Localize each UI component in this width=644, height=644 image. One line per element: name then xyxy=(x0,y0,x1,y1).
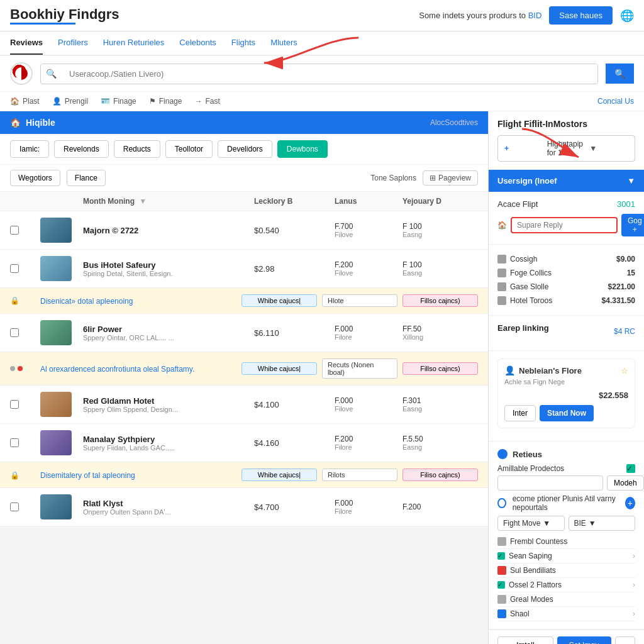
tag-whibe2[interactable]: Whibe cajucs| xyxy=(242,362,317,375)
table-row: Bus iHotel Safeury Spiring Detal, Sitent… xyxy=(0,250,488,288)
dropdown-arrow-icon: ▼ xyxy=(589,144,628,153)
list-item-greal[interactable]: Greal Modes xyxy=(497,592,635,607)
nav-item-profilers[interactable]: Profilers xyxy=(58,31,88,55)
flag-icon xyxy=(10,62,33,85)
alert-row: 🔒 Disenicat» dotal apleenoing Whibe caju… xyxy=(0,288,488,314)
reviews-header: Retieus xyxy=(497,449,635,459)
nav-item-mluters[interactable]: Mluters xyxy=(270,31,297,55)
person-icon: 👤 xyxy=(52,97,62,106)
toolbar-right: Tone Saplons ⊞ Pageview xyxy=(370,170,478,186)
nav-item-flights[interactable]: Flights xyxy=(231,31,255,55)
fight-move-dropdown[interactable]: Fight Move ▼ xyxy=(497,516,565,531)
row-checkbox[interactable] xyxy=(10,502,19,511)
yej-cell: F.301 Easng xyxy=(402,396,478,413)
filter-teollotor[interactable]: Teollotor xyxy=(165,140,213,158)
acace-label: Acace Flipt xyxy=(497,199,538,209)
tag-hlote: Hlote xyxy=(322,294,397,307)
sort-icon[interactable]: ▼ xyxy=(139,197,147,206)
header: Bookhiy Findgrs Some indets yours produr… xyxy=(0,0,644,31)
user-dropdown-arrow-icon[interactable]: ▼ xyxy=(627,176,635,186)
filter-develidors[interactable]: Develidors xyxy=(218,140,272,158)
sub-nav-fast[interactable]: → Fast xyxy=(194,97,219,106)
main-layout: 🏠 Hiqible AlocSoodtives Iamic: Revelonds… xyxy=(0,111,644,644)
stand-now-button[interactable]: Stand Now xyxy=(540,405,594,421)
hotel-info: Majorn © 2722 xyxy=(83,226,249,235)
price-cell: $0.540 xyxy=(254,226,330,235)
hotel-card-actions: Inter Stand Now xyxy=(504,405,628,421)
ble-dropdown[interactable]: BIE ▼ xyxy=(569,516,636,531)
supare-reply-input[interactable] xyxy=(511,217,618,233)
home-section-icon: 🏠 xyxy=(10,118,21,128)
list-item-sean[interactable]: ✓ Sean Saping › xyxy=(497,549,635,564)
nav-item-huren[interactable]: Huren Returieles xyxy=(103,31,165,55)
gog-button[interactable]: Gog + xyxy=(621,214,644,236)
list-item-ossel[interactable]: ✓ Ossel 2 Flattors › xyxy=(497,578,635,592)
sub-nav-finage2[interactable]: ⚑ Finage xyxy=(149,97,182,106)
tag-recuts: Recuts (Nonen lboal) xyxy=(322,358,397,379)
search-icon: 🔍 xyxy=(41,69,62,79)
globe-icon[interactable]: 🌐 xyxy=(620,9,634,23)
sub-nav-concial[interactable]: Concial Us xyxy=(597,97,634,106)
hotel-card-header: 👤 Nebleian's Flore ☆ xyxy=(504,365,628,375)
ossel-checkbox[interactable]: ✓ xyxy=(497,581,505,589)
modeh-input[interactable] xyxy=(497,475,603,491)
lock-icon2: 🔒 xyxy=(10,471,19,480)
nav-item-reviews[interactable]: Reviews xyxy=(10,31,43,55)
sub-nav-prengil[interactable]: 👤 Prengil xyxy=(52,97,88,106)
flight-dropdown[interactable]: + Highntapip for 151 ▼ xyxy=(497,135,635,162)
filter-dewbons[interactable]: Dewbons xyxy=(277,140,328,158)
imtell-button[interactable]: Imtell xyxy=(497,636,553,644)
filter-reducts[interactable]: Reducts xyxy=(114,140,160,158)
filter-revelonds[interactable]: Revelonds xyxy=(54,140,109,158)
star-icon[interactable]: ☆ xyxy=(621,366,628,375)
bottom-actions: Imtell Set Imgu ⇒ xyxy=(489,630,644,644)
sub-nav-plast[interactable]: 🏠 Plast xyxy=(10,97,40,106)
row-checkbox[interactable] xyxy=(10,438,19,447)
lanus-cell: F.200 Filore xyxy=(335,435,397,451)
save-button[interactable]: Sase haues xyxy=(549,6,613,25)
list-item-sul[interactable]: Sul Bendiliats xyxy=(497,564,635,578)
col-lanus: Lanus xyxy=(335,197,397,206)
setimgu-button[interactable]: Set Imgu xyxy=(557,636,612,644)
filter-iamic[interactable]: Iamic: xyxy=(10,140,49,158)
row-checkbox[interactable] xyxy=(10,226,19,235)
modeh-button[interactable]: Modeh xyxy=(607,475,644,491)
header-right: Some indets yours produrs to BID Sase ha… xyxy=(419,6,634,25)
hotel-info: Bus iHotel Safeury Spiring Detal, Sitent… xyxy=(83,260,249,277)
pageview-button[interactable]: ⊞ Pageview xyxy=(423,170,478,186)
hotel-card: 👤 Nebleian's Flore ☆ Achle sa Fign Nege … xyxy=(497,358,635,428)
row-checkbox[interactable] xyxy=(10,400,19,409)
yej-cell: FF.50 Xillong xyxy=(402,325,478,341)
hotel-info: 6lir Power Sppery Ointar, ORC LAL.... ..… xyxy=(83,325,249,341)
wegotiors-button[interactable]: Wegotiors xyxy=(10,170,60,186)
alert-indicator3: 🔒 xyxy=(10,470,35,480)
toolbar: Wegotiors Flance Tone Saplons ⊞ Pageview xyxy=(0,165,488,192)
bid-link[interactable]: BID xyxy=(528,11,542,20)
sean-checkbox[interactable]: ✓ xyxy=(497,552,505,560)
list-item-frembl[interactable]: Frembl Countess xyxy=(497,535,635,549)
tag-whibe[interactable]: Whibe cajucs| xyxy=(242,294,317,307)
nav-arrow-button[interactable]: ⇒ xyxy=(615,636,635,644)
alert-indicator: 🔒 xyxy=(10,296,35,305)
inter-button[interactable]: Inter xyxy=(504,405,536,421)
reviews-icon xyxy=(497,449,508,459)
user-section-header: Usersign (Inoef ▼ xyxy=(489,170,644,192)
plus-add-button[interactable]: + xyxy=(625,497,635,509)
amillable-checkbox[interactable]: ✓ xyxy=(626,464,635,473)
card-icon: 🪪 xyxy=(101,97,110,106)
tag-rilots: Rilots xyxy=(322,469,397,481)
tag-fillso[interactable]: Fillso cajncs) xyxy=(402,294,478,307)
search-input[interactable] xyxy=(62,64,597,84)
row-checkbox[interactable] xyxy=(10,264,19,273)
list-item-shaol[interactable]: Shaol › xyxy=(497,607,635,621)
tag-whibe3[interactable]: Whibe cajucs| xyxy=(242,469,317,481)
search-submit-button[interactable]: 🔍 xyxy=(606,64,634,84)
nav-item-celebonts[interactable]: Celebonts xyxy=(179,31,216,55)
tag-filiso[interactable]: Filiso cajncs) xyxy=(402,469,478,481)
section-aloc[interactable]: AlocSoodtives xyxy=(430,118,478,127)
tag-fillso2[interactable]: Fillso cajncs) xyxy=(402,362,478,375)
flance-button[interactable]: Flance xyxy=(67,170,106,186)
sub-nav-finage1[interactable]: 🪪 Finage xyxy=(101,97,136,106)
lock-icon: 🔒 xyxy=(10,296,19,305)
row-checkbox[interactable] xyxy=(10,328,19,337)
